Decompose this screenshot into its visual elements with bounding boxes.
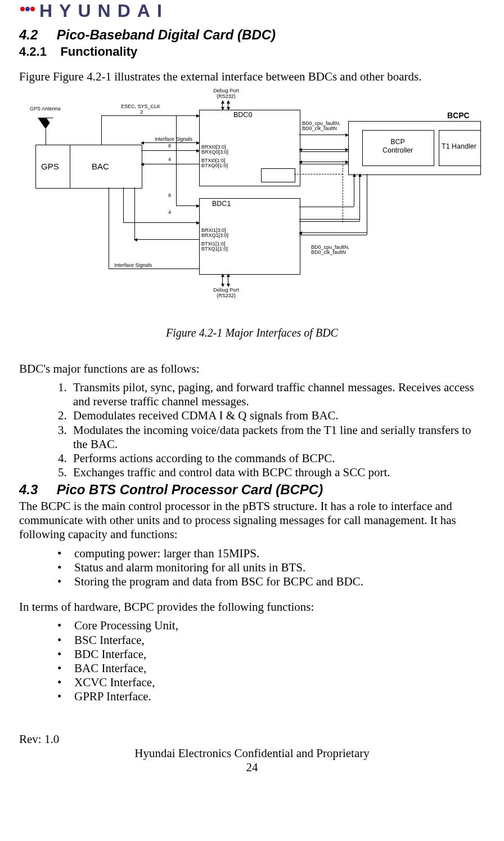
figure-caption: Figure 4.2-1 Major Interfaces of BDC — [19, 326, 485, 339]
bdc-func-intro: BDC's major functions are as follows: — [19, 362, 485, 376]
heading-4-3-num: 4.3 — [19, 482, 38, 497]
label-4b: 4 — [168, 210, 171, 216]
list-item: Storing the program and data from BSC fo… — [57, 575, 485, 589]
list-item: Exchanges traffic and control data with … — [70, 466, 485, 480]
antenna-icon — [38, 118, 53, 129]
label-gps-antenna: GPS Antenna — [30, 106, 61, 112]
label-bdc1: BDC1 — [212, 200, 231, 208]
logo-text: HYUNDAI — [39, 0, 169, 21]
list-item: computing power: larger than 15MIPS. — [57, 547, 485, 561]
logo-mark — [19, 1, 36, 21]
svg-point-2 — [30, 7, 35, 11]
label-4a: 4 — [168, 157, 171, 163]
label-btxq0: BTXQ0[1:0] — [201, 163, 228, 169]
heading-4-2-title: Pico-Baseband Digital Card (BDC) — [57, 27, 276, 42]
label-8b: 8 — [168, 193, 171, 199]
list-item: Demodulates received CDMA I & Q signals … — [70, 409, 485, 423]
heading-4-2-num: 4.2 — [19, 27, 38, 42]
section43-bullets1: computing power: larger than 15MIPS. Sta… — [57, 547, 485, 589]
footer-rev: Rev: 1.0 — [19, 732, 485, 746]
label-bac: BAC — [92, 162, 109, 172]
footer-page: 24 — [19, 761, 485, 775]
heading-4-2-1: 4.2.1 Functionality — [19, 44, 485, 59]
label-bcp-ctrl: BCP Controller — [362, 138, 433, 155]
connector-debug-bot — [222, 274, 230, 287]
label-debug-bot: Debug Port (RS232) — [206, 288, 246, 299]
label-brxq1: BRXQ1[3:0] — [201, 233, 228, 239]
label-debug-top: Debug Port (RS232) — [206, 88, 246, 100]
box-bdc0-inner — [261, 168, 295, 182]
label-bcpc: BCPC — [447, 111, 470, 120]
label-two: 2 — [140, 110, 143, 115]
heading-4-3: 4.3 Pico BTS Control Processor Card (BCP… — [19, 482, 485, 498]
heading-4-2-1-title: Functionality — [60, 44, 137, 59]
list-item: Status and alarm monitoring for all unit… — [57, 561, 485, 575]
footer: Rev: 1.0 Hyundai Electronics Confidentia… — [19, 732, 485, 775]
bdc-func-list: Transmits pilot, sync, paging, and forwa… — [57, 381, 485, 480]
svg-point-1 — [25, 7, 30, 11]
label-btxq1: BTXQ1[1:0] — [201, 247, 228, 252]
heading-4-2-1-num: 4.2.1 — [19, 44, 47, 59]
label-bdc0: BDC0 — [233, 111, 252, 119]
heading-4-3-title: Pico BTS Control Processor Card (BCPC) — [57, 482, 323, 497]
label-iface-sig2: Interface Signals — [114, 263, 152, 269]
section43-bullets2: Core Processing Unit, BSC Interface, BDC… — [57, 619, 485, 704]
label-t1: T1 Handler — [442, 142, 476, 151]
list-item: Core Processing Unit, — [57, 619, 485, 633]
section43-para: The BCPC is the main control processor i… — [19, 499, 485, 542]
list-item: BDC Interface, — [57, 647, 485, 661]
heading-4-2: 4.2 Pico-Baseband Digital Card (BDC) — [19, 27, 485, 43]
connector-debug-top — [222, 101, 230, 110]
logo-row: HYUNDAI — [19, 0, 485, 21]
label-gps: GPS — [41, 162, 59, 172]
label-fault0b: BD0_clk_faultN — [302, 126, 337, 132]
label-iface-sig: Interface Signals — [155, 137, 192, 142]
label-8a: 8 — [168, 144, 171, 149]
section43-para2: In terms of hardware, BCPC provides the … — [19, 600, 485, 614]
intro-para: Figure Figure 4.2-1 illustrates the exte… — [19, 70, 485, 84]
footer-conf: Hyundai Electronics Confidential and Pro… — [19, 746, 485, 761]
label-brxq0: BRXQ0[3:0] — [201, 150, 228, 155]
page: HYUNDAI 4.2 Pico-Baseband Digital Card (… — [0, 0, 504, 791]
figure-4-2-1: Debug Port (RS232) GPS Antenna ESEC, SYS… — [24, 88, 480, 317]
list-item: BSC Interface, — [57, 633, 485, 647]
list-item: GPRP Interface. — [57, 690, 485, 704]
list-item: BAC Interface, — [57, 661, 485, 676]
label-fault1b: BD0_clk_faultN — [311, 250, 346, 256]
list-item: Transmits pilot, sync, paging, and forwa… — [70, 381, 485, 409]
list-item: XCVC Interface, — [57, 676, 485, 690]
list-item: Modulates the incoming voice/data packet… — [70, 423, 485, 451]
svg-point-0 — [20, 7, 25, 11]
list-item: Performs actions according to the comman… — [70, 451, 485, 466]
